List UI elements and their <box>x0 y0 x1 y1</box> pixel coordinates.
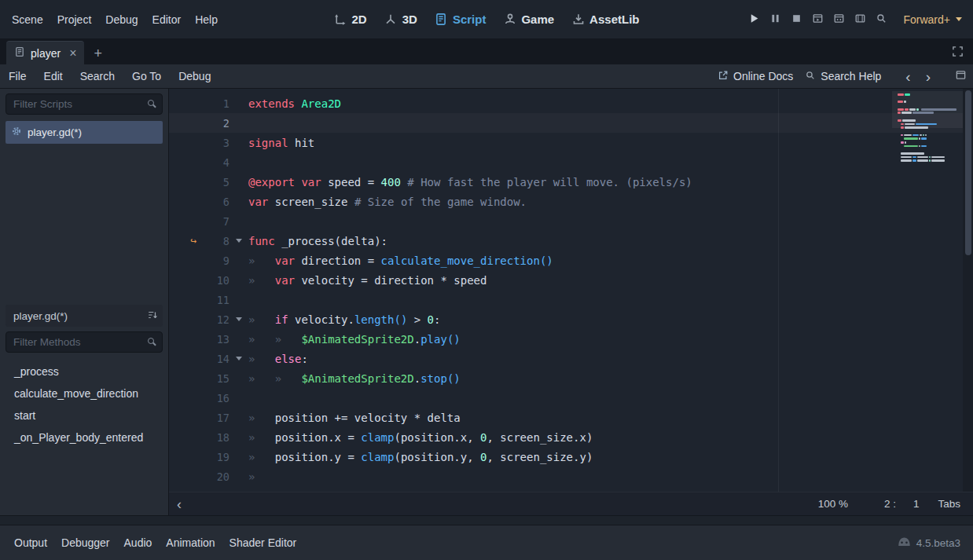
version-label: 4.5.beta3 <box>916 537 960 549</box>
code-line-20[interactable]: 20» <box>169 467 973 486</box>
zoom-level[interactable]: 100 % <box>818 498 848 510</box>
pause-button[interactable] <box>769 13 781 27</box>
line-number: 15 <box>204 372 229 385</box>
tab-player[interactable]: player × <box>6 41 84 64</box>
code-line-14[interactable]: 14» else: <box>169 349 973 368</box>
line-number: 13 <box>204 333 229 346</box>
minimap[interactable] <box>896 93 962 167</box>
code-editor[interactable]: 1extends Area2D23signal hit45@export var… <box>169 89 973 492</box>
new-tab-button[interactable]: + <box>94 46 102 60</box>
workspace-2d-button[interactable]: 2D <box>334 13 367 26</box>
fold-arrow-icon[interactable] <box>229 239 248 243</box>
menu-editor[interactable]: Editor <box>145 9 189 31</box>
workspace-game-button[interactable]: Game <box>503 13 554 26</box>
bottom-tab-animation[interactable]: Animation <box>166 536 215 549</box>
code-line-3[interactable]: 3signal hit <box>169 133 973 152</box>
play-scene-button[interactable] <box>812 13 824 27</box>
filter-scripts-input[interactable] <box>6 93 163 115</box>
code-line-10[interactable]: 10» var velocity = direction * speed <box>169 270 973 290</box>
close-tab-icon[interactable]: × <box>69 47 76 60</box>
fold-arrow-icon[interactable] <box>229 317 248 321</box>
workspace-script-button[interactable]: Script <box>435 13 486 26</box>
menu-debug-sub[interactable]: Debug <box>170 70 219 82</box>
search-icon <box>148 100 154 106</box>
code-text: signal hit <box>248 137 314 149</box>
stop-button[interactable] <box>791 13 802 27</box>
override-arrow-icon[interactable]: ↪ <box>183 235 204 247</box>
code-line-7[interactable]: 7 <box>169 211 973 231</box>
method-item-start[interactable]: start <box>8 404 163 426</box>
history-back-icon[interactable]: ‹ <box>904 69 912 84</box>
distraction-free-icon[interactable] <box>952 46 964 60</box>
menu-file[interactable]: File <box>0 70 35 82</box>
scrollbar-thumb[interactable] <box>965 90 971 255</box>
bottom-tab-shader-editor[interactable]: Shader Editor <box>229 536 297 549</box>
search-help-button[interactable]: Search Help <box>805 70 881 83</box>
bottom-tab-audio[interactable]: Audio <box>124 536 152 549</box>
script-item-player[interactable]: player.gd(*) <box>6 121 163 144</box>
code-line-9[interactable]: 9» var direction = calculate_move_direct… <box>169 251 973 270</box>
code-line-13[interactable]: 13» » $AnimatedSprite2D.play() <box>169 329 973 349</box>
code-line-15[interactable]: 15» » $AnimatedSprite2D.stop() <box>169 368 973 388</box>
download-icon <box>571 13 585 26</box>
bottom-tab-debugger[interactable]: Debugger <box>61 536 110 549</box>
code-line-18[interactable]: 18» position.x = clamp(position.x, 0, sc… <box>169 427 973 447</box>
line-number: 4 <box>204 156 229 169</box>
renderer-dropdown[interactable]: Forward+ <box>903 13 962 26</box>
search-help-icon <box>805 70 816 83</box>
code-line-11[interactable]: 11 <box>169 290 973 309</box>
fold-arrow-icon[interactable] <box>229 357 248 361</box>
line-number: 17 <box>204 412 229 424</box>
code-line-19[interactable]: 19» position.y = clamp(position.y, 0, sc… <box>169 447 973 467</box>
menubar: Scene Project Debug Editor Help 2D 3D Sc… <box>0 0 973 39</box>
play-button[interactable] <box>748 13 760 27</box>
line-number: 19 <box>204 451 229 463</box>
editor-scrollbar[interactable] <box>963 89 973 492</box>
code-line-16[interactable]: 16 <box>169 388 973 408</box>
menu-goto[interactable]: Go To <box>123 70 170 82</box>
workspace-3d-button[interactable]: 3D <box>384 13 417 26</box>
tab-label: player <box>31 47 61 60</box>
menu-search[interactable]: Search <box>72 70 123 82</box>
sort-methods-icon[interactable] <box>147 309 158 323</box>
workspace-assetlib-button[interactable]: AssetLib <box>571 13 639 26</box>
menu-project[interactable]: Project <box>50 9 99 31</box>
play-icon <box>748 13 760 27</box>
pause-icon <box>769 13 781 27</box>
menu-help[interactable]: Help <box>188 9 225 31</box>
line-number: 20 <box>204 470 229 483</box>
menu-edit[interactable]: Edit <box>35 70 72 82</box>
indent-type-dropdown[interactable]: Tabs <box>938 498 960 510</box>
code-line-12[interactable]: 12» if velocity.length() > 0: <box>169 309 973 329</box>
2d-icon <box>334 13 347 26</box>
code-text: » position += velocity * delta <box>248 412 461 424</box>
current-script-row: player.gd(*) <box>6 305 163 327</box>
code-line-4[interactable]: 4 <box>169 152 973 172</box>
bottom-tab-output[interactable]: Output <box>14 536 47 549</box>
code-line-1[interactable]: 1extends Area2D <box>169 93 973 113</box>
code-line-8[interactable]: ↪8func _process(delta): <box>169 231 973 251</box>
play-scene-icon <box>812 13 824 27</box>
play-custom-scene-button[interactable] <box>833 13 845 27</box>
online-docs-button[interactable]: Online Docs <box>718 70 793 83</box>
method-item-calculate-move-direction[interactable]: calculate_move_direction <box>8 382 163 404</box>
game-options-button[interactable] <box>876 13 887 27</box>
workspace-2d-label: 2D <box>352 13 367 26</box>
menu-scene[interactable]: Scene <box>5 9 50 31</box>
movie-maker-button[interactable] <box>854 13 866 27</box>
method-item-process[interactable]: _process <box>8 361 163 382</box>
filter-methods-input[interactable] <box>6 331 163 353</box>
method-item-on-player-body-entered[interactable]: _on_Player_body_entered <box>8 426 163 448</box>
code-line-2[interactable]: 2 <box>169 113 973 133</box>
line-number: 2 <box>204 117 229 130</box>
code-line-5[interactable]: 5@export var speed = 400 # How fast the … <box>169 172 973 192</box>
toggle-scripts-panel-icon[interactable]: ‹ <box>177 497 182 511</box>
stop-icon <box>791 13 802 27</box>
code-line-17[interactable]: 17» position += velocity * delta <box>169 408 973 427</box>
code-line-6[interactable]: 6var screen_size # Size of the game wind… <box>169 192 973 211</box>
minimap-line <box>896 163 962 167</box>
menu-debug[interactable]: Debug <box>98 9 145 31</box>
make-floating-icon[interactable] <box>955 69 967 83</box>
history-forward-icon[interactable]: › <box>924 69 932 84</box>
methods-list: _process calculate_move_direction start … <box>6 357 163 509</box>
